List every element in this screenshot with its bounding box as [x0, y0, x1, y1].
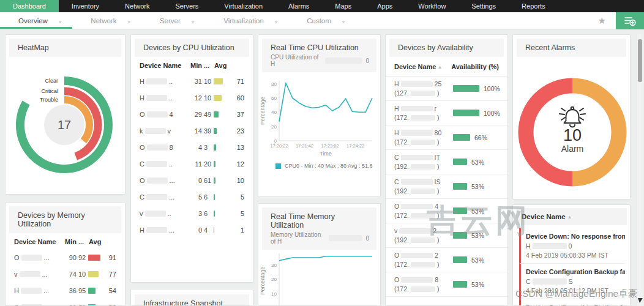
availability-percent: 53%: [471, 232, 484, 239]
table-row[interactable]: H.. 12 10 60: [140, 89, 245, 106]
cpu-line-chart[interactable]: 02040608017:20:2217:21:4217:23:0217:24:2…: [258, 73, 379, 159]
alarm-entry[interactable]: Device Down: No response from device f..…: [519, 228, 625, 264]
card-title: Real Time CPU Utilization: [271, 43, 369, 52]
table-header: Device Name▴ Availability (%): [386, 57, 507, 76]
redacted-text: [146, 227, 167, 233]
table-row[interactable]: O8 (172.) 53%: [386, 272, 507, 297]
table-row[interactable]: Hr (172.) 100%: [386, 101, 507, 125]
alarm-label: Alarm: [561, 144, 584, 154]
topnav-item[interactable]: Settings: [459, 0, 509, 12]
table-row[interactable]: H... 0 4 1: [140, 222, 245, 238]
favorite-star-icon[interactable]: ★: [598, 15, 606, 26]
dashboard-view-tab[interactable]: Server ⌄: [141, 12, 205, 29]
table-row[interactable]: O4 (172.) 53%: [386, 199, 507, 223]
topnav-item[interactable]: Reports: [509, 0, 558, 12]
chevron-down-icon[interactable]: ⌄: [190, 18, 195, 24]
sort-caret-icon[interactable]: ▴: [569, 214, 571, 220]
availability-bar: [453, 159, 467, 165]
chevron-down-icon[interactable]: ⌄: [341, 18, 346, 24]
alarm-message: Device Configuration Backup failed for 1…: [526, 268, 625, 275]
topnav-item[interactable]: Inventory: [59, 0, 112, 12]
avg-bar: [214, 78, 223, 84]
svg-text:Percentage: Percentage: [260, 266, 266, 294]
redacted-text: [145, 211, 166, 217]
chevron-down-icon[interactable]: ⌄: [127, 18, 132, 24]
table-row[interactable]: O2 (172.) 53%: [386, 248, 507, 272]
chevron-down-icon[interactable]: ⌄: [274, 18, 279, 24]
topnav-item[interactable]: Apps: [364, 0, 405, 12]
redacted-text: [401, 179, 433, 185]
availability-percent: 53%: [471, 159, 484, 166]
availability-bar: [453, 232, 467, 239]
table-row[interactable]: O4 29 49 37: [140, 106, 245, 122]
memory-table: Device Name Min ... Avg O... 90 92 91 v.…: [6, 233, 125, 306]
topnav-item[interactable]: Alarms: [275, 0, 322, 12]
topnav-item[interactable]: Servers: [162, 0, 211, 12]
redacted-text: [411, 91, 435, 96]
table-row[interactable]: v.. 3 6 5: [140, 205, 245, 222]
table-row[interactable]: O... 0 61 10: [140, 172, 245, 188]
chart-legend: CPU0 - Min : 40 Max : 80 Avg : 51.6: [275, 163, 380, 169]
heatmap-card: HeatMap ClearCriticalTrouble17: [5, 34, 125, 195]
redacted-text: [329, 235, 363, 241]
dashboard-view-tab[interactable]: Network ⌄: [72, 12, 141, 29]
redacted-text: [146, 194, 167, 200]
table-row[interactable]: v2 (192.) 53%: [386, 223, 507, 248]
dashboard-view-tab[interactable]: Virtualization ⌄: [205, 12, 288, 29]
svg-text:17:21:42: 17:21:42: [296, 143, 313, 149]
availability-percent: 53%: [471, 207, 484, 215]
topnav-item[interactable]: Dashboard: [0, 0, 59, 12]
alarms-donut-chart[interactable]: 10 Alarm: [513, 57, 630, 199]
vertical-scrollbar[interactable]: [637, 34, 642, 306]
svg-text:Critical: Critical: [41, 88, 58, 94]
scrollbar-thumb[interactable]: [638, 39, 642, 82]
redacted-text: [411, 188, 435, 194]
table-row[interactable]: H... 36 95 54: [14, 282, 118, 299]
alarm-entry[interactable]: Device Configuration Backup failed for 1…: [519, 299, 625, 306]
col-min: Min: [184, 62, 202, 69]
heatmap-donut-chart[interactable]: ClearCriticalTrouble17: [6, 57, 125, 194]
table-row[interactable]: CIS (192.) 53%: [386, 174, 507, 199]
svg-text:40: 40: [271, 110, 277, 115]
alarm-entry[interactable]: Device Configuration Backup failed for 1…: [519, 264, 625, 299]
realtime-memory-card: Real Time Memory Utilization Memory Util…: [258, 203, 381, 306]
col-avg: Avg: [212, 62, 245, 69]
table-row[interactable]: O... 30 70 52: [14, 299, 118, 306]
table-row[interactable]: O... 90 92 91: [14, 249, 118, 266]
chevron-down-icon[interactable]: ⌄: [58, 18, 62, 24]
col-availability: Availability (%): [451, 63, 499, 70]
redacted-text: [401, 106, 433, 111]
dashboard-view-tab[interactable]: Overview ⌄: [0, 12, 72, 29]
table-row[interactable]: C.. 11 20 12: [140, 155, 245, 172]
memory-line-chart[interactable]: 010203017:20:2417:21:4417:23:0417:24:24T…: [258, 251, 379, 306]
card-title: Devices by CPU Utilization: [143, 43, 242, 52]
topnav-item[interactable]: Virtualization: [211, 0, 275, 12]
col-device-name[interactable]: Device Name▴: [394, 63, 441, 70]
topnav-item[interactable]: Workflow: [405, 0, 459, 12]
svg-text:Percentage: Percentage: [260, 97, 266, 125]
alarm-timestamp: 4 Feb 2019 05:08:33 PM IST: [526, 252, 625, 259]
sort-caret-icon[interactable]: ▴: [439, 64, 441, 70]
redacted-text: [533, 243, 567, 249]
col-min: Min: [58, 238, 77, 245]
table-row[interactable]: CIT (192.) 53%: [386, 150, 507, 174]
dashboard-view-tab[interactable]: Custom ⌄: [288, 12, 356, 29]
table-row[interactable]: H80 (172.) 66%: [386, 125, 507, 150]
table-row[interactable]: kv 14 39 23: [140, 122, 245, 139]
table-row[interactable]: v... 74 10 77: [14, 266, 118, 282]
add-widget-button[interactable]: [616, 12, 644, 29]
svg-text:17: 17: [58, 118, 71, 132]
table-header[interactable]: Device Name ▴: [516, 208, 627, 225]
table-row[interactable]: O8 4 3 13: [140, 139, 245, 155]
table-row[interactable]: H.. 31 10 71: [140, 73, 245, 89]
devices-by-cpu-card: Devices by CPU Utilization Device Name M…: [130, 34, 253, 283]
topnav-item[interactable]: Network: [112, 0, 162, 12]
avg-bar: [214, 177, 215, 184]
redacted-text: [411, 237, 435, 243]
table-row[interactable]: C... 5 6 5: [140, 188, 245, 205]
col-avg: Avg: [86, 238, 118, 245]
svg-text:17:20:22: 17:20:22: [270, 143, 288, 149]
alarm-device-name: H0: [526, 242, 625, 250]
table-row[interactable]: H25 (127.) 100%: [386, 76, 507, 101]
topnav-item[interactable]: Maps: [322, 0, 364, 12]
